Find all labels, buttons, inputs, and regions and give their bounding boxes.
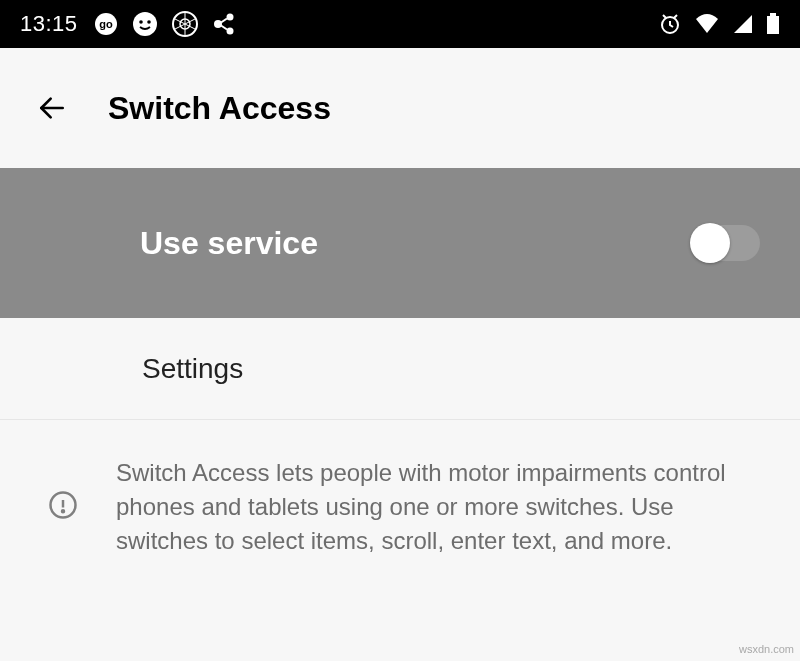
svg-text:go: go xyxy=(99,18,113,30)
cellular-icon xyxy=(732,13,754,35)
svg-point-2 xyxy=(133,12,157,36)
status-left: 13:15 go xyxy=(20,11,238,37)
svg-point-9 xyxy=(226,28,233,35)
svg-point-18 xyxy=(62,510,64,512)
watermark: wsxdn.com xyxy=(739,643,794,655)
shield-app-icon xyxy=(172,11,198,37)
svg-rect-13 xyxy=(767,16,779,34)
app-header: Switch Access xyxy=(0,48,800,168)
notification-icons: go xyxy=(94,11,238,37)
wifi-icon xyxy=(694,13,720,35)
face-app-icon xyxy=(132,11,158,37)
info-text: Switch Access lets people with motor imp… xyxy=(116,456,760,558)
settings-label: Settings xyxy=(142,353,243,385)
use-service-label: Use service xyxy=(140,225,318,262)
share-app-icon xyxy=(212,11,238,37)
status-time: 13:15 xyxy=(20,11,78,37)
settings-row[interactable]: Settings xyxy=(0,318,800,420)
svg-point-8 xyxy=(226,14,233,21)
svg-line-10 xyxy=(221,19,227,23)
toggle-thumb xyxy=(690,223,730,263)
use-service-row[interactable]: Use service xyxy=(0,168,800,318)
go-app-icon: go xyxy=(94,12,118,36)
battery-icon xyxy=(766,13,780,35)
use-service-toggle[interactable] xyxy=(692,225,760,261)
info-row: Switch Access lets people with motor imp… xyxy=(0,420,800,558)
status-right xyxy=(658,12,780,36)
back-button[interactable] xyxy=(36,92,68,124)
svg-line-11 xyxy=(221,26,227,30)
status-bar: 13:15 go xyxy=(0,0,800,48)
page-title: Switch Access xyxy=(108,90,331,127)
svg-rect-14 xyxy=(770,13,776,16)
alarm-icon xyxy=(658,12,682,36)
info-icon xyxy=(48,490,78,524)
svg-point-7 xyxy=(214,20,222,28)
svg-point-3 xyxy=(139,20,143,24)
svg-point-4 xyxy=(147,20,151,24)
